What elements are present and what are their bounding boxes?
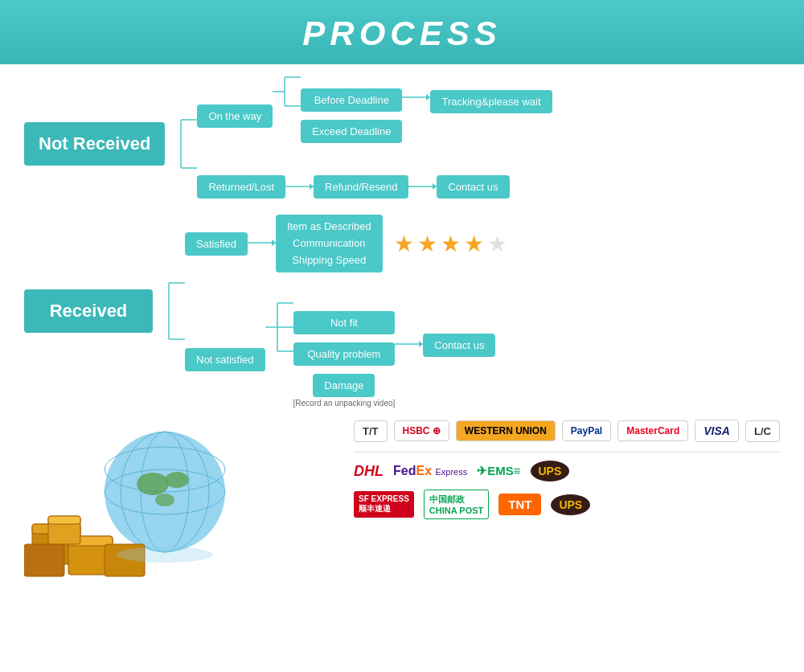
carrier-ups-2: UPS — [551, 494, 590, 515]
star-5: ★ — [487, 231, 507, 257]
not-received-section: Not Received On the way — [24, 88, 780, 199]
star-4: ★ — [464, 231, 484, 257]
quality-problem-box: Quality problem — [293, 342, 396, 366]
branch-not-satisfied: Not satisfied Not fit Quality problem Da… — [185, 311, 507, 408]
refund-resend-box: Refund/Resend — [314, 175, 408, 199]
page-title: PROCESS — [0, 14, 804, 53]
damage-note: [Record an unpacking video] — [293, 399, 396, 408]
outcomes-col-1: Before Deadline Exceed Deadline — [301, 88, 402, 143]
payment-paypal: PayPal — [562, 420, 611, 441]
star-2: ★ — [417, 231, 437, 257]
not-fit-box: Not fit — [293, 311, 396, 334]
received-label: Received — [24, 289, 153, 333]
svg-point-30 — [137, 473, 169, 495]
header: PROCESS — [0, 0, 804, 64]
main-content: Not Received On the way — [0, 64, 804, 592]
branch1-connector — [273, 92, 301, 140]
not-satisfied-box: Not satisfied — [185, 348, 265, 371]
svg-rect-40 — [48, 516, 80, 524]
connector-svg-1 — [165, 96, 197, 192]
svg-rect-37 — [24, 544, 64, 576]
payment-shipping-area: T/T HSBC ⊕ WESTERN UNION PayPal MasterCa… — [330, 420, 780, 527]
exceed-deadline-box: Exceed Deadline — [301, 120, 402, 143]
on-the-way-box: On the way — [197, 104, 273, 128]
damage-container: Damage [Record an unpacking video] — [293, 374, 396, 408]
returned-connector — [285, 186, 314, 188]
carrier-sf: SF EXPRESS顺丰速递 — [354, 491, 414, 518]
item-described-box: Item as DescribedCommunicationShipping S… — [276, 215, 383, 272]
carrier-ups: UPS — [531, 461, 570, 481]
carrier-chinapost: 中国邮政CHINA POST — [424, 490, 489, 519]
branch-returned-lost: Returned/Lost Refund/Resend Contact us — [197, 175, 552, 199]
branches-col-2: Satisfied Item as DescribedCommunication… — [185, 215, 507, 408]
globe-svg — [24, 420, 314, 580]
not-satisfied-connector — [265, 327, 293, 391]
branches-col-1: On the way Before Deadline Exceed Deadli… — [197, 88, 552, 199]
branch-satisfied: Satisfied Item as DescribedCommunication… — [185, 215, 507, 272]
carrier-dhl: DHL — [354, 463, 384, 480]
quality-arrow — [395, 344, 423, 346]
satisfied-connector — [248, 243, 276, 244]
shipping-row-2: SF EXPRESS顺丰速递 中国邮政CHINA POST TNT UPS — [354, 490, 780, 519]
svg-point-32 — [155, 494, 174, 506]
before-deadline-box: Before Deadline — [301, 88, 402, 112]
contact-us-box-2: Contact us — [423, 334, 495, 357]
payment-methods-row: T/T HSBC ⊕ WESTERN UNION PayPal MasterCa… — [354, 420, 780, 442]
damage-box: Damage — [313, 374, 375, 397]
tracking-box: Tracking&please wait — [430, 90, 552, 113]
stars-container: ★ ★ ★ ★ ★ — [394, 231, 507, 257]
returned-lost-box: Returned/Lost — [197, 175, 285, 199]
payment-visa: VISA — [695, 420, 739, 442]
carrier-fedex: FedEx Express — [393, 464, 467, 478]
deadline-connector — [402, 97, 430, 105]
shipping-row-1: DHL FedEx Express ✈EMS≡ UPS — [354, 461, 780, 481]
connector-svg-2 — [153, 255, 185, 367]
not-received-label: Not Received — [24, 122, 165, 166]
branch-on-the-way: On the way Before Deadline Exceed Deadli… — [197, 88, 552, 143]
received-section: Received Satisfied Item as DescribedComm… — [24, 215, 780, 408]
not-satisfied-outcomes: Not fit Quality problem Damage [Record a… — [293, 311, 396, 408]
payment-tt: T/T — [354, 420, 388, 442]
globe-area — [24, 420, 330, 584]
svg-point-31 — [165, 472, 189, 488]
payment-mc: MasterCard — [617, 420, 688, 441]
carrier-tnt: TNT — [498, 494, 541, 515]
refund-connector — [408, 186, 437, 188]
star-1: ★ — [394, 231, 414, 257]
svg-point-41 — [117, 547, 213, 563]
carrier-ems: ✈EMS≡ — [477, 464, 520, 478]
divider-1 — [354, 452, 780, 453]
contact-us-box-1: Contact us — [437, 175, 509, 199]
bottom-section: T/T HSBC ⊕ WESTERN UNION PayPal MasterCa… — [24, 420, 780, 584]
satisfied-box: Satisfied — [185, 232, 248, 256]
payment-lc: L/C — [745, 420, 780, 442]
payment-hsbc: HSBC ⊕ — [394, 420, 449, 441]
star-3: ★ — [441, 231, 461, 257]
payment-wu: WESTERN UNION — [456, 420, 556, 441]
